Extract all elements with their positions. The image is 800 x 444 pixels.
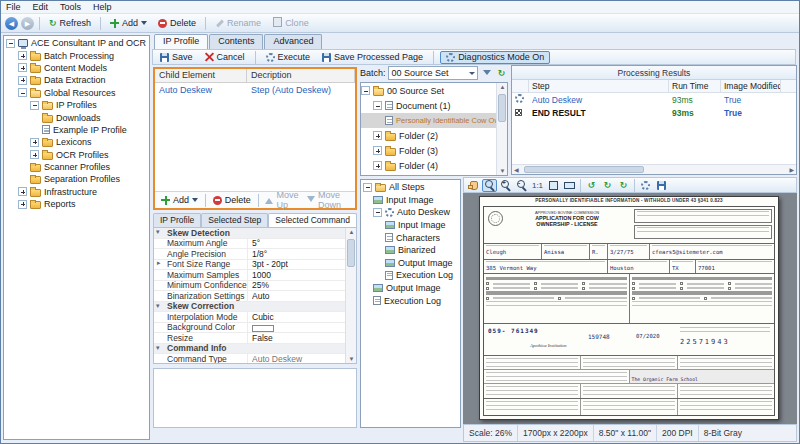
color-swatch[interactable] xyxy=(252,325,274,332)
source-tree-scrollbar[interactable] xyxy=(496,83,507,175)
tab-contents[interactable]: Contents xyxy=(209,34,263,49)
fit-width-icon[interactable] xyxy=(562,179,577,192)
menu-help[interactable]: Help xyxy=(93,2,112,12)
zoom-in-icon[interactable]: + xyxy=(498,179,513,192)
tree-item-folder-3[interactable]: Folder (3) xyxy=(361,143,496,158)
tree-item-separation-profiles[interactable]: Separation Profiles xyxy=(4,173,149,185)
tree-item-lexicons[interactable]: Lexicons xyxy=(4,136,149,148)
document-page[interactable]: PERSONALLY IDENTIFIABLE INFORMATION - WI… xyxy=(479,196,779,420)
category-skew-correction[interactable]: Skew Correction xyxy=(154,302,345,313)
column-child-element[interactable]: Child Element xyxy=(155,69,247,82)
property-row[interactable]: Maximum Samples 1000 xyxy=(154,270,345,281)
tree-item-data-extraction[interactable]: Data Extraction xyxy=(4,74,149,86)
fit-page-icon[interactable] xyxy=(546,179,561,192)
tree-item-ad-input-image[interactable]: Input Image xyxy=(361,219,460,232)
tree-item-ad-execution-log[interactable]: Execution Log xyxy=(361,269,460,282)
tree-item-ad-output-image[interactable]: Output Image xyxy=(361,257,460,270)
property-row[interactable]: Angle Precision 1/8° xyxy=(154,249,345,260)
back-icon[interactable]: ◀ xyxy=(5,17,18,30)
batch-select[interactable]: 00 Source Set xyxy=(388,66,478,80)
column-step[interactable]: Step xyxy=(529,80,669,92)
delete-child-button[interactable]: Delete xyxy=(210,195,254,205)
move-down-button[interactable]: Move Down xyxy=(304,190,352,210)
property-value[interactable]: 1000 xyxy=(248,270,345,280)
expand-icon[interactable] xyxy=(30,138,39,147)
cancel-button[interactable]: Cancel xyxy=(201,51,249,63)
menu-tools[interactable]: Tools xyxy=(60,2,81,12)
filter-icon[interactable] xyxy=(480,66,493,79)
tree-item-folder-2[interactable]: Folder (2) xyxy=(361,128,496,143)
save-processed-page-button[interactable]: Save Processed Page xyxy=(318,51,427,63)
tree-item-downloads[interactable]: Downloads xyxy=(4,111,149,123)
expand-icon[interactable] xyxy=(18,51,27,60)
tree-item-ocr-profiles[interactable]: OCR Profiles xyxy=(4,149,149,161)
rename-button[interactable]: Rename xyxy=(211,17,265,29)
tree-item-root[interactable]: ACE Consultant IP and OCR xyxy=(4,37,149,49)
tree-item-infrastructure[interactable]: Infrastructure xyxy=(4,186,149,198)
column-image-modified[interactable]: Image Modified xyxy=(721,80,781,92)
zoom-region-icon[interactable] xyxy=(482,179,497,192)
expand-icon[interactable] xyxy=(18,187,27,196)
child-element-link[interactable]: Auto Deskew xyxy=(155,85,247,95)
category-skew-detection[interactable]: Skew Detection xyxy=(154,228,345,239)
collapse-icon[interactable] xyxy=(6,39,15,48)
column-description[interactable]: Decription xyxy=(247,69,355,82)
expand-icon[interactable] xyxy=(18,76,27,85)
tree-item-source-set[interactable]: 00 Source Set xyxy=(361,83,496,98)
property-value[interactable]: False xyxy=(248,333,345,343)
image-viewer[interactable]: PERSONALLY IDENTIFIABLE INFORMATION - WI… xyxy=(463,193,797,424)
tree-item-input-image[interactable]: Input Image xyxy=(361,194,460,207)
scrollbar-thumb[interactable] xyxy=(347,239,355,267)
viewer-refresh-icon[interactable]: ↻ xyxy=(616,179,631,192)
image-settings-icon[interactable] xyxy=(638,179,653,192)
expand-icon[interactable] xyxy=(373,131,382,140)
result-step[interactable]: Auto Deskew xyxy=(529,95,669,105)
tree-item-ad-characters[interactable]: Characters xyxy=(361,231,460,244)
batch-refresh-icon[interactable]: ↻ xyxy=(495,66,508,79)
tree-item-content-models[interactable]: Content Models xyxy=(4,62,149,74)
property-row[interactable]: Resize False xyxy=(154,333,345,344)
expand-icon[interactable] xyxy=(18,200,27,209)
delete-button[interactable]: Delete xyxy=(154,17,200,29)
forward-icon[interactable]: ▶ xyxy=(21,17,34,30)
expand-icon[interactable] xyxy=(30,150,39,159)
execute-button[interactable]: Execute xyxy=(262,51,315,63)
table-row[interactable]: Auto Deskew Step (Auto Deskew) xyxy=(155,83,355,96)
tree-item-scanner-profiles[interactable]: Scanner Profiles xyxy=(4,161,149,173)
save-image-icon[interactable] xyxy=(654,179,669,192)
property-value[interactable]: 5° xyxy=(248,238,345,248)
collapse-icon[interactable] xyxy=(373,101,382,110)
menu-file[interactable]: File xyxy=(6,2,21,12)
property-value[interactable]: 25% xyxy=(248,280,345,290)
collapse-icon[interactable] xyxy=(361,86,370,95)
results-horizontal-scrollbar[interactable] xyxy=(512,164,796,174)
column-run-time[interactable]: Run Time xyxy=(669,80,721,92)
tree-item-auto-deskew[interactable]: Auto Deskew xyxy=(361,206,460,219)
save-button[interactable]: Save xyxy=(156,51,197,63)
tree-item-all-steps[interactable]: All Steps xyxy=(361,181,460,194)
collapse-icon[interactable] xyxy=(30,101,39,110)
expand-icon[interactable] xyxy=(18,63,27,72)
tree-item-output-image[interactable]: Output Image xyxy=(361,282,460,295)
results-row-auto-deskew[interactable]: Auto Deskew 93ms True xyxy=(512,93,796,106)
tab-advanced[interactable]: Advanced xyxy=(264,34,322,49)
tree-item-folder-4[interactable]: Folder (4) xyxy=(361,158,496,173)
property-value[interactable]: Auto xyxy=(248,291,345,301)
diagnostics-mode-toggle[interactable]: Diagnostics Mode On xyxy=(440,51,550,64)
category-command-info[interactable]: Command Info xyxy=(154,344,345,355)
tree-item-global-resources[interactable]: Global Resources xyxy=(4,87,149,99)
scrollbar-thumb[interactable] xyxy=(524,166,644,173)
expand-icon[interactable] xyxy=(373,161,382,170)
menu-edit[interactable]: Edit xyxy=(33,2,49,12)
property-row[interactable]: Minimum Confidence 25% xyxy=(154,281,345,292)
tab-property-ip-profile[interactable]: IP Profile xyxy=(153,213,201,227)
property-row[interactable]: Command Type Auto Deskew xyxy=(154,354,345,364)
add-button[interactable]: Add xyxy=(106,17,151,29)
pan-icon[interactable] xyxy=(466,179,481,192)
background-color-value[interactable] xyxy=(248,322,345,332)
collapse-icon[interactable] xyxy=(18,88,27,97)
tab-property-selected-command[interactable]: Selected Command xyxy=(268,213,357,227)
scrollbar-thumb[interactable] xyxy=(498,94,506,122)
tree-item-reports[interactable]: Reports xyxy=(4,198,149,210)
child-description-link[interactable]: Step (Auto Deskew) xyxy=(247,85,355,95)
